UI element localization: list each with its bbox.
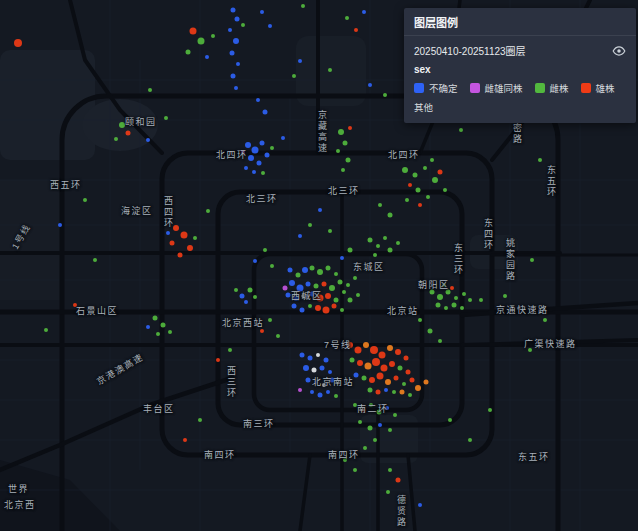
data-point[interactable] — [479, 298, 483, 302]
data-point[interactable] — [187, 245, 193, 251]
data-point[interactable] — [354, 28, 358, 32]
data-point[interactable] — [402, 167, 408, 173]
data-point[interactable] — [388, 428, 392, 432]
data-point[interactable] — [114, 137, 118, 141]
data-point[interactable] — [198, 418, 202, 422]
data-point[interactable] — [326, 390, 330, 394]
data-point[interactable] — [443, 188, 447, 192]
data-point[interactable] — [530, 258, 534, 262]
data-point[interactable] — [253, 295, 257, 299]
data-point[interactable] — [363, 446, 367, 450]
data-point[interactable] — [410, 378, 415, 383]
data-point[interactable] — [385, 379, 391, 385]
data-point[interactable] — [340, 256, 344, 260]
data-point[interactable] — [240, 294, 245, 299]
data-point[interactable] — [148, 88, 152, 92]
data-point[interactable] — [404, 356, 409, 361]
data-point[interactable] — [301, 4, 305, 8]
data-point[interactable] — [146, 325, 150, 329]
data-point[interactable] — [378, 203, 382, 207]
data-point[interactable] — [436, 303, 441, 308]
data-point[interactable] — [286, 293, 291, 298]
data-point[interactable] — [405, 198, 409, 202]
data-point[interactable] — [181, 232, 188, 239]
data-point[interactable] — [216, 358, 220, 362]
data-point[interactable] — [363, 342, 369, 348]
data-point[interactable] — [231, 8, 236, 13]
data-point[interactable] — [393, 413, 397, 417]
data-point[interactable] — [208, 454, 212, 458]
data-point[interactable] — [93, 258, 97, 262]
data-point[interactable] — [190, 28, 197, 35]
data-point[interactable] — [381, 365, 388, 372]
data-point[interactable] — [234, 288, 238, 292]
data-point[interactable] — [350, 358, 355, 363]
data-point[interactable] — [400, 498, 404, 502]
data-point[interactable] — [170, 241, 175, 246]
data-point[interactable] — [528, 348, 532, 352]
data-point[interactable] — [310, 266, 315, 271]
data-point[interactable] — [376, 244, 380, 248]
data-point[interactable] — [322, 383, 326, 387]
data-point[interactable] — [168, 330, 172, 334]
data-point[interactable] — [338, 129, 344, 135]
data-point[interactable] — [316, 353, 320, 357]
data-point[interactable] — [326, 266, 331, 271]
data-point[interactable] — [248, 155, 254, 161]
data-point[interactable] — [388, 248, 393, 253]
data-point[interactable] — [377, 373, 384, 380]
data-point[interactable] — [468, 438, 472, 442]
data-point[interactable] — [323, 307, 330, 314]
data-point[interactable] — [343, 141, 348, 146]
data-point[interactable] — [298, 388, 302, 392]
visibility-toggle-icon[interactable] — [612, 46, 626, 56]
data-point[interactable] — [462, 292, 466, 296]
data-point[interactable] — [418, 203, 422, 207]
data-point[interactable] — [161, 323, 166, 328]
data-point[interactable] — [244, 166, 248, 170]
data-point[interactable] — [263, 248, 267, 252]
data-point[interactable] — [233, 38, 239, 44]
data-point[interactable] — [260, 10, 264, 14]
data-point[interactable] — [334, 272, 338, 276]
data-point[interactable] — [198, 38, 205, 45]
data-point[interactable] — [281, 136, 285, 140]
data-point[interactable] — [408, 393, 412, 397]
data-point[interactable] — [306, 378, 311, 383]
data-point[interactable] — [298, 234, 302, 238]
data-point[interactable] — [460, 306, 464, 310]
data-point[interactable] — [336, 149, 340, 153]
data-point[interactable] — [338, 280, 343, 285]
data-point[interactable] — [538, 158, 542, 162]
data-point[interactable] — [234, 86, 238, 90]
data-point[interactable] — [392, 390, 396, 394]
data-point[interactable] — [438, 339, 442, 343]
data-point[interactable] — [300, 353, 305, 358]
data-point[interactable] — [373, 253, 377, 257]
data-point[interactable] — [270, 146, 274, 150]
data-point[interactable] — [230, 51, 235, 56]
data-point[interactable] — [312, 368, 317, 373]
data-point[interactable] — [408, 183, 412, 187]
data-point[interactable] — [372, 358, 380, 366]
data-point[interactable] — [334, 394, 338, 398]
data-point[interactable] — [44, 328, 48, 332]
data-point[interactable] — [347, 342, 353, 348]
data-point[interactable] — [398, 366, 403, 371]
data-point[interactable] — [178, 253, 183, 258]
data-point[interactable] — [384, 388, 388, 392]
data-point[interactable] — [450, 286, 454, 290]
data-point[interactable] — [324, 358, 329, 363]
data-point[interactable] — [423, 166, 427, 170]
data-point[interactable] — [386, 490, 390, 494]
data-point[interactable] — [394, 376, 399, 381]
data-point[interactable] — [126, 131, 131, 136]
data-point[interactable] — [362, 10, 366, 14]
data-point[interactable] — [368, 83, 372, 87]
data-point[interactable] — [396, 241, 400, 245]
data-point[interactable] — [373, 438, 377, 442]
data-point[interactable] — [318, 208, 322, 212]
data-point[interactable] — [317, 269, 323, 275]
data-point[interactable] — [166, 231, 170, 235]
data-point[interactable] — [370, 346, 378, 354]
